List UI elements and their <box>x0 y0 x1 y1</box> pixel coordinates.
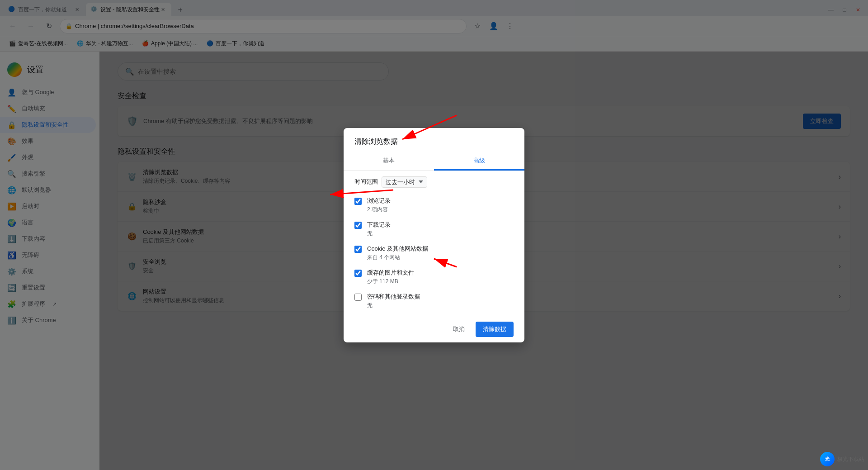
clear-browser-data-dialog: 清除浏览数据 基本 高级 时间范围 过去一小时 过去24小时 过去7天 过去4周… <box>344 128 524 342</box>
cookies-checkbox[interactable] <box>354 246 362 253</box>
checkbox-passwords: 密码和其他登录数据 无 <box>354 289 514 313</box>
dialog-tabs: 基本 高级 <box>344 152 524 171</box>
time-range-label: 时间范围 <box>354 178 378 186</box>
checkbox-cache: 缓存的图片和文件 少于 112 MB <box>354 265 514 289</box>
history-checkbox[interactable] <box>354 198 362 205</box>
cache-checkbox[interactable] <box>354 270 362 277</box>
passwords-label: 密码和其他登录数据 <box>367 293 420 301</box>
checkbox-history: 浏览记录 2 项内容 <box>354 193 514 217</box>
clear-data-button[interactable]: 清除数据 <box>476 322 514 337</box>
checkbox-downloads: 下载记录 无 <box>354 217 514 241</box>
downloads-sub: 无 <box>367 230 391 237</box>
dialog-title: 清除浏览数据 <box>344 128 524 147</box>
dialog-tab-basic[interactable]: 基本 <box>344 152 434 171</box>
checkbox-cookies: Cookie 及其他网站数据 来自 4 个网站 <box>354 241 514 265</box>
cache-sub: 少于 112 MB <box>367 278 414 285</box>
cookies-label: Cookie 及其他网站数据 <box>367 245 428 253</box>
dialog-tab-advanced[interactable]: 高级 <box>434 152 524 171</box>
time-range-select[interactable]: 过去一小时 过去24小时 过去7天 过去4周 全部时间 <box>382 176 427 188</box>
watermark-logo: 光 <box>820 452 835 466</box>
downloads-label: 下载记录 <box>367 221 391 229</box>
watermark-text: 极光下载站 <box>837 456 864 463</box>
passwords-label-group: 密码和其他登录数据 无 <box>367 293 420 309</box>
cookies-label-group: Cookie 及其他网站数据 来自 4 个网站 <box>367 245 428 261</box>
cancel-button[interactable]: 取消 <box>446 322 472 337</box>
dialog-footer: 取消 清除数据 <box>344 316 524 342</box>
modal-overlay: 清除浏览数据 基本 高级 时间范围 过去一小时 过去24小时 过去7天 过去4周… <box>0 0 868 470</box>
passwords-sub: 无 <box>367 302 420 309</box>
cache-label: 缓存的图片和文件 <box>367 269 414 277</box>
history-label: 浏览记录 <box>367 197 391 205</box>
downloads-checkbox[interactable] <box>354 222 362 229</box>
cache-label-group: 缓存的图片和文件 少于 112 MB <box>367 269 414 285</box>
downloads-label-group: 下载记录 无 <box>367 221 391 237</box>
watermark: 光 极光下载站 <box>820 452 864 466</box>
time-range-row: 时间范围 过去一小时 过去24小时 过去7天 过去4周 全部时间 <box>354 176 514 188</box>
history-sub: 2 项内容 <box>367 206 391 214</box>
dialog-body: 时间范围 过去一小时 过去24小时 过去7天 过去4周 全部时间 浏览记录 2 … <box>344 171 524 316</box>
passwords-checkbox[interactable] <box>354 294 362 301</box>
cookies-sub: 来自 4 个网站 <box>367 254 428 261</box>
history-label-group: 浏览记录 2 项内容 <box>367 197 391 214</box>
